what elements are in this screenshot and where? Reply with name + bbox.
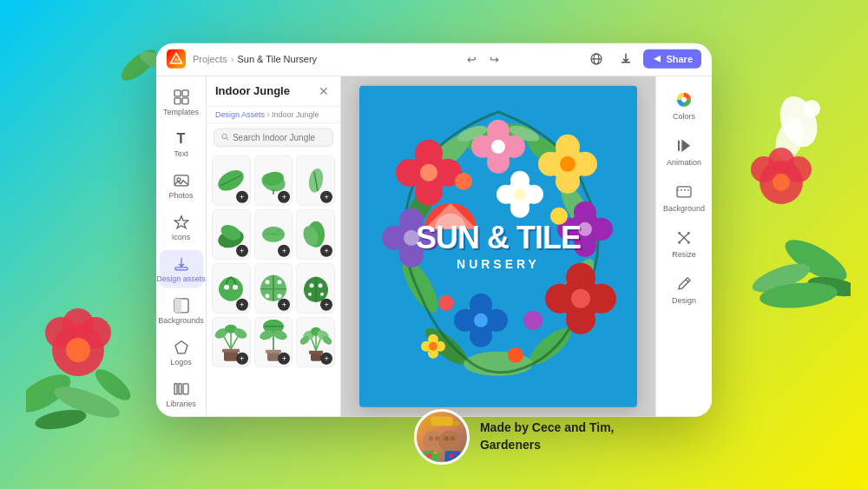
background-icon [674,182,694,201]
svg-point-156 [438,294,454,310]
breadcrumb-projects[interactable]: Projects [193,54,227,64]
grid-cell[interactable]: + [212,155,251,205]
right-tool-resize[interactable]: Resize [660,222,708,263]
sidebar-item-backgrounds[interactable]: Backgrounds [160,291,203,329]
grid-cell[interactable]: + [296,208,335,259]
svg-rect-69 [222,348,240,352]
add-asset-button[interactable]: + [320,244,332,256]
search-input[interactable] [233,132,326,142]
breadcrumb-root[interactable]: Design Assets [215,109,265,118]
svg-marker-33 [174,215,188,228]
svg-line-88 [316,336,321,350]
grid-cell[interactable]: + [296,262,335,313]
add-asset-button[interactable]: + [320,298,332,310]
grid-cell[interactable]: + [254,316,293,367]
sidebar-item-icons[interactable]: Icons [160,208,203,246]
grid-cell[interactable]: + [296,316,335,367]
grid-row: + + [212,262,335,313]
add-asset-button[interactable]: + [278,190,290,202]
svg-point-64 [309,283,313,287]
sidebar-item-templates[interactable]: Templates [160,83,203,121]
svg-point-60 [266,280,270,284]
search-icon [221,133,229,142]
right-tool-background[interactable]: Background [660,176,708,217]
background-label: Background [663,203,705,212]
sidebar-item-logos[interactable]: Logos [160,333,203,371]
sidebar-item-libraries[interactable]: Libraries [160,374,203,413]
svg-point-145 [510,198,529,217]
animation-icon [674,135,694,155]
svg-rect-38 [174,383,177,393]
svg-rect-40 [183,383,188,393]
svg-rect-29 [174,97,181,103]
add-asset-button[interactable]: + [236,190,248,202]
canvas-text: SUN & TILE NURSERY [416,221,581,270]
add-asset-button[interactable]: + [236,244,248,256]
design-assets-label: Design assets [156,274,206,282]
assets-header: Indoor Jungle ✕ [207,76,340,106]
add-asset-button[interactable]: + [278,298,290,310]
sidebar-item-text[interactable]: T Text [160,124,203,162]
svg-rect-28 [182,89,188,96]
add-asset-button[interactable]: + [320,352,332,364]
svg-point-62 [266,294,270,298]
redo-button[interactable]: ↪ [485,50,504,69]
avatar [414,409,470,465]
design-label: Design [672,295,696,304]
assets-search[interactable] [214,128,333,146]
sidebar-item-photos[interactable]: Photos [160,166,203,204]
add-asset-button[interactable]: + [278,244,290,256]
svg-point-180 [454,451,457,454]
svg-point-143 [510,170,529,189]
resize-icon [674,228,694,247]
svg-rect-36 [174,298,181,312]
grid-row: + + + [212,155,335,205]
svg-point-154 [455,172,472,189]
grid-cell[interactable]: + [254,262,293,313]
animation-label: Animation [667,157,701,166]
attribution-line1: Made by Cece and Tim, [480,420,615,437]
svg-point-132 [590,217,613,240]
svg-point-141 [571,288,590,307]
svg-point-140 [545,283,575,313]
share-button[interactable]: Share [643,50,701,69]
grid-cell[interactable]: + [254,208,293,259]
design-assets-icon [173,254,190,272]
add-asset-button[interactable]: + [236,298,248,310]
svg-line-42 [227,138,228,140]
svg-point-61 [278,280,282,284]
breadcrumb-current: Indoor Jungle [272,109,319,118]
right-tool-animation[interactable]: Animation [660,130,708,171]
attribution: Made by Cece and Tim, Gardeners [414,409,615,465]
add-asset-button[interactable]: + [236,352,248,364]
svg-point-117 [491,139,505,153]
grid-cell[interactable]: + [212,208,251,259]
download-button[interactable] [614,47,638,71]
assets-close-button[interactable]: ✕ [316,83,332,98]
attribution-text: Made by Cece and Tim, Gardeners [480,420,615,453]
breadcrumb: Projects › Sun & Tile Nursery [193,54,382,64]
right-tool-design[interactable]: Design [660,268,708,309]
globe-button[interactable] [584,47,608,71]
svg-point-120 [573,151,597,175]
svg-point-139 [566,304,595,334]
svg-rect-39 [179,383,181,393]
grid-cell[interactable]: + [212,316,251,367]
grid-row: + + [212,208,335,259]
canvas-content[interactable]: SUN & TILE NURSERY [359,85,637,406]
undo-button[interactable]: ↩ [463,50,482,69]
right-tool-colors[interactable]: Colors [660,84,708,125]
grid-cell[interactable]: + [254,155,293,205]
left-sidebar: Templates T Text Photos [156,76,207,416]
svg-point-128 [382,225,406,249]
svg-rect-168 [431,416,452,426]
grid-cell[interactable]: + [212,262,251,313]
libraries-icon [173,380,190,397]
breadcrumb-project[interactable]: Sun & Tile Nursery [237,54,317,64]
photos-label: Photos [168,190,193,199]
sidebar-item-design-assets[interactable]: Design assets [160,249,203,287]
templates-icon [173,88,190,105]
svg-rect-30 [182,97,188,103]
add-asset-button[interactable]: + [320,190,332,202]
grid-cell[interactable]: + [296,155,335,205]
